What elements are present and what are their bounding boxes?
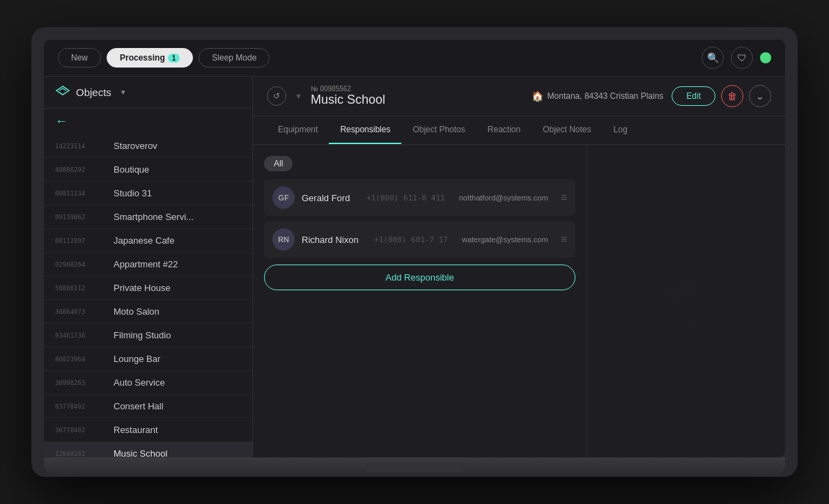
main-content: ↺ ▼ № 00985562 Music School 🏠 Montana, 8… — [253, 77, 785, 457]
sidebar-item-music-school[interactable]: 12040162 Music School — [44, 442, 252, 457]
sidebar-item-studio-31[interactable]: 00811134 Studio 31 — [44, 182, 252, 205]
item-name: Filming Studio — [114, 330, 171, 340]
tab-log[interactable]: Log — [603, 116, 639, 144]
sidebar-list: 14223114 Staroverov 40886292 Boutique 00… — [44, 134, 252, 457]
sidebar-header: Objects ▼ — [44, 77, 252, 109]
sidebar-item-appartment-#22[interactable]: 02908264 Appartment #22 — [44, 253, 252, 276]
tab-object_notes[interactable]: Object Notes — [532, 116, 602, 144]
item-name: Appartment #22 — [114, 259, 178, 269]
add-responsible-button[interactable]: Add Responsible — [264, 265, 575, 290]
object-header: ↺ ▼ № 00985562 Music School 🏠 Montana, 8… — [253, 77, 785, 116]
item-name: Moto Salon — [114, 306, 160, 317]
item-id: 30998263 — [55, 379, 105, 386]
tab-reaction[interactable]: Reaction — [477, 116, 532, 144]
item-id: 08112897 — [55, 237, 105, 244]
responsible-name: Richard Nixon — [302, 235, 367, 245]
delete-button[interactable]: 🗑 — [721, 85, 743, 107]
sidebar-item-auto-service[interactable]: 30998263 Auto Service — [44, 371, 252, 395]
responsible-row: GF Gerald Ford +1(800) 611-8 411 notthat… — [264, 180, 575, 216]
objects-title: Objects — [76, 86, 111, 98]
item-id: 86023964 — [55, 356, 105, 363]
laptop-frame: New Processing1 Sleep Mode 🔍 🛡 — [31, 27, 798, 477]
sleep-mode-tab-button[interactable]: Sleep Mode — [199, 48, 270, 68]
screen: New Processing1 Sleep Mode 🔍 🛡 — [44, 40, 785, 457]
status-indicator — [760, 52, 771, 63]
item-id: 30864073 — [55, 308, 105, 315]
responsible-name: Gerald Ford — [302, 193, 359, 203]
item-id: 30778402 — [55, 427, 105, 434]
shield-button[interactable]: 🛡 — [731, 47, 753, 69]
objects-dropdown-arrow[interactable]: ▼ — [120, 88, 127, 96]
item-name: Private House — [114, 283, 171, 293]
sidebar-item-japanese-cafe[interactable]: 08112897 Japanese Cafe — [44, 229, 252, 253]
item-id: 00811134 — [55, 190, 105, 197]
item-name: Smartphone Servi... — [114, 212, 194, 222]
refresh-button[interactable]: ↺ — [267, 86, 286, 106]
responsible-phone: +1(800) 601-7 17 — [374, 235, 448, 244]
sidebar: Objects ▼ ← 14223114 Staroverov 40886292… — [44, 77, 253, 457]
pro-logo-icon — [55, 85, 70, 100]
responsible-menu-icon[interactable]: ≡ — [561, 191, 567, 204]
tab-responsibles[interactable]: Responsibles — [329, 116, 401, 144]
avatar: GF — [272, 187, 295, 209]
object-info: № 00985562 Music School — [311, 85, 509, 107]
object-number: № 00985562 — [311, 85, 509, 93]
tab-object_photos[interactable]: Object Photos — [401, 116, 476, 144]
item-id: 40886292 — [55, 166, 105, 173]
logo-area: Objects ▼ — [55, 85, 127, 100]
item-name: Music School — [114, 448, 167, 457]
item-name: Studio 31 — [114, 188, 152, 198]
pro-watermark: PRO — [662, 277, 711, 326]
object-status-indicator: ▼ — [295, 92, 302, 100]
watermark-pro-text: PRO — [672, 316, 700, 326]
item-id: 03778402 — [55, 403, 105, 410]
item-id: 12040162 — [55, 450, 105, 457]
content-area: All GF Gerald Ford +1(800) 611-8 411 not… — [253, 145, 785, 457]
item-name: Consert Hall — [114, 401, 164, 411]
tab-equipment[interactable]: Equipment — [267, 116, 329, 144]
responsible-phone: +1(800) 611-8 411 — [366, 194, 445, 203]
watermark-area: PRO — [587, 145, 785, 457]
app-container: Objects ▼ ← 14223114 Staroverov 40886292… — [44, 77, 785, 457]
new-tab-button[interactable]: New — [58, 48, 101, 68]
item-id: 03461736 — [55, 332, 105, 339]
processing-tab-button[interactable]: Processing1 — [107, 48, 193, 68]
sidebar-item-moto-salon[interactable]: 30864073 Moto Salon — [44, 300, 252, 324]
location-icon: 🏠 — [532, 90, 543, 102]
sidebar-item-lounge-bar[interactable]: 86023964 Lounge Bar — [44, 347, 252, 371]
item-name: Lounge Bar — [114, 354, 160, 364]
sidebar-item-restaurant[interactable]: 30778402 Restaurant — [44, 418, 252, 442]
top-bar-actions: 🔍 🛡 — [702, 47, 771, 69]
object-name: Music School — [311, 93, 509, 107]
content-tabs: EquipmentResponsiblesObject PhotosReacti… — [253, 116, 785, 145]
responsible-email: notthatford@systems.com — [459, 194, 548, 202]
search-button[interactable]: 🔍 — [702, 47, 724, 69]
object-location: 🏠 Montana, 84343 Cristian Plains — [532, 90, 664, 102]
laptop-base — [44, 457, 785, 477]
avatar: RN — [272, 228, 295, 251]
item-name: Auto Service — [114, 377, 165, 388]
item-id: 09139862 — [55, 214, 105, 221]
responsible-list: GF Gerald Ford +1(800) 611-8 411 notthat… — [264, 180, 575, 258]
sidebar-item-filming-studio[interactable]: 03461736 Filming Studio — [44, 324, 252, 347]
trackpad — [366, 462, 463, 472]
sidebar-item-private-house[interactable]: 50886112 Private House — [44, 276, 252, 300]
header-actions: Edit 🗑 ⌄ — [672, 85, 771, 107]
sidebar-item-boutique[interactable]: 40886292 Boutique — [44, 158, 252, 182]
responsible-menu-icon[interactable]: ≡ — [561, 233, 567, 246]
responsible-row: RN Richard Nixon +1(800) 601-7 17 waterg… — [264, 221, 575, 258]
item-id: 02908264 — [55, 261, 105, 268]
sidebar-item-staroverov[interactable]: 14223114 Staroverov — [44, 134, 252, 158]
sidebar-item-consert-hall[interactable]: 03778402 Consert Hall — [44, 395, 252, 418]
item-name: Boutique — [114, 164, 149, 175]
expand-button[interactable]: ⌄ — [749, 85, 771, 107]
sidebar-item-smartphone-servi...[interactable]: 09139862 Smartphone Servi... — [44, 205, 252, 229]
responsible-email: watergate@systems.com — [462, 235, 548, 244]
responsibles-panel: All GF Gerald Ford +1(800) 611-8 411 not… — [253, 145, 587, 457]
item-name: Japanese Cafe — [114, 235, 174, 246]
item-name: Restaurant — [114, 425, 158, 435]
item-id: 50886112 — [55, 285, 105, 292]
edit-button[interactable]: Edit — [672, 86, 715, 106]
all-filter-button[interactable]: All — [264, 156, 293, 171]
back-button[interactable]: ← — [44, 109, 252, 134]
